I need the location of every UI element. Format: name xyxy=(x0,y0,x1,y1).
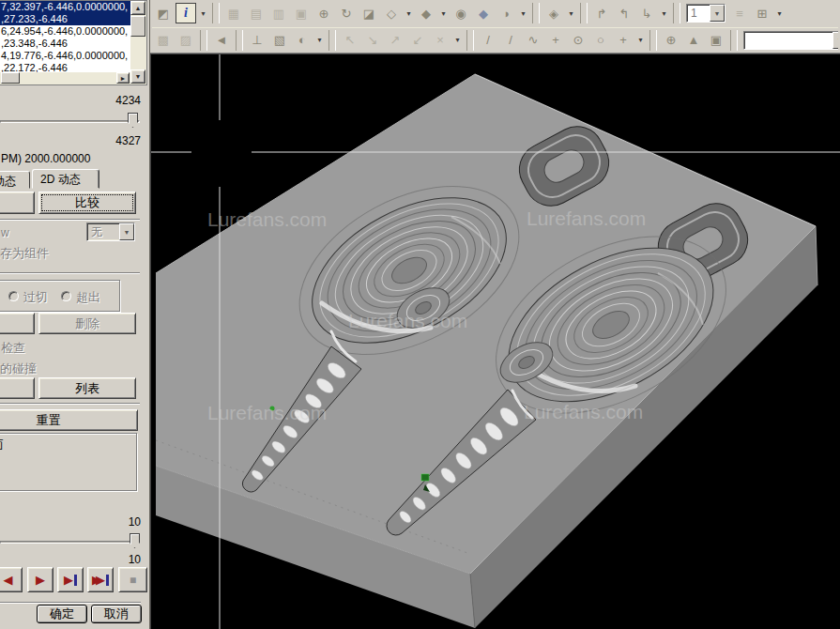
play-backward-button[interactable]: ◀ xyxy=(0,567,23,592)
slider-thumb[interactable] xyxy=(128,113,138,128)
tool-manager-icon[interactable]: ⊥ xyxy=(247,30,267,51)
dropdown-caret[interactable]: ▾ xyxy=(438,3,449,23)
cplane-icon[interactable]: ▣ xyxy=(706,30,726,51)
tab-dynamic[interactable]: 动态 xyxy=(0,171,30,189)
toolpath-back-icon[interactable]: ↰ xyxy=(614,3,634,23)
scrollbar-thumb[interactable] xyxy=(1,72,20,84)
dropdown-caret[interactable]: ▾ xyxy=(452,30,463,51)
point-icon[interactable]: + xyxy=(613,30,634,51)
viewsheet-icon[interactable]: ◈ xyxy=(543,3,564,23)
scroll-right-icon[interactable]: ► xyxy=(116,72,130,84)
layer-manager-icon[interactable]: ≡ xyxy=(729,3,750,23)
nc-coordinate-listbox[interactable]: 7,32.397,-6.446,0.0000000,,27.233,-6.446… xyxy=(0,0,147,85)
tab-2d-dynamic[interactable]: 2D 动态 xyxy=(32,169,99,189)
3d-viewport-canvas[interactable]: Lurefans.com Lurefans.com Lurefans.com L… xyxy=(151,54,840,629)
polyline-icon[interactable]: / xyxy=(500,30,521,51)
clipped-button[interactable] xyxy=(0,377,35,399)
dropdown-caret[interactable]: ▾ xyxy=(635,30,646,51)
reset-button[interactable]: 重置 xyxy=(0,409,138,431)
arc-icon[interactable]: ○ xyxy=(590,30,611,51)
progress-slider[interactable] xyxy=(0,112,143,130)
ok-button[interactable]: 确定 xyxy=(37,605,87,623)
dropdown-caret[interactable]: ▾ xyxy=(314,30,325,51)
chevron-down-icon[interactable]: ▼ xyxy=(832,32,838,49)
multi-view-icon[interactable]: ▤ xyxy=(246,3,267,23)
play-button[interactable]: ▶ xyxy=(27,567,53,592)
step-forward-button[interactable]: ▶ xyxy=(57,567,84,592)
radio-overcut[interactable] xyxy=(8,291,19,301)
radio-exceed[interactable] xyxy=(61,291,71,301)
material-render-icon[interactable]: ◉ xyxy=(451,3,471,23)
coordinate-line[interactable]: 6,24.954,-6.446,0.0000000, xyxy=(0,25,130,38)
chevron-down-icon[interactable]: ▼ xyxy=(710,5,725,22)
line-icon[interactable]: / xyxy=(478,30,498,51)
scroll-down-icon[interactable]: ▼ xyxy=(130,69,145,84)
coordinate-line[interactable]: 4,19.776,-6.446,0.0000000, xyxy=(0,50,130,62)
simulate-icon[interactable]: ◐ xyxy=(292,30,313,51)
origin-snap-icon[interactable]: ⊕ xyxy=(661,30,681,51)
coordinate-line[interactable]: ,23.348,-6.446 xyxy=(0,38,130,50)
toolbar-separator xyxy=(212,3,220,23)
cancel-button[interactable]: 取消 xyxy=(91,605,142,623)
stock-display-icon[interactable]: ▣ xyxy=(291,3,312,23)
delete-button[interactable]: 删除 xyxy=(38,313,136,334)
machine-group-icon[interactable]: ▩ xyxy=(153,30,174,51)
dropdown-caret[interactable]: ▾ xyxy=(774,3,785,23)
select-toolpath-icon[interactable]: ↖ xyxy=(340,30,360,51)
funnel-icon[interactable]: ◄ xyxy=(211,30,232,51)
toolpath-step-icon[interactable]: ↳ xyxy=(636,3,657,23)
toolbar-separator xyxy=(580,3,588,23)
view-shade-icon[interactable]: ◩ xyxy=(153,3,174,23)
dropdown-caret[interactable]: ▾ xyxy=(198,3,208,23)
zoom-window-icon[interactable]: ⊕ xyxy=(313,3,334,23)
solid-icon[interactable]: ◆ xyxy=(473,3,494,23)
toolbar-separator xyxy=(673,3,680,23)
clipped-button[interactable] xyxy=(0,313,35,334)
vertical-scrollbar[interactable]: ▲ ▼ xyxy=(130,1,146,84)
circle-center-icon[interactable]: ⊙ xyxy=(568,30,588,51)
grid-display-icon[interactable]: ▦ xyxy=(223,3,244,23)
plane-combobox[interactable]: ▼ xyxy=(743,31,838,50)
cross-point-icon[interactable]: + xyxy=(545,30,566,51)
dynamic-rotate-icon[interactable]: ↻ xyxy=(336,3,357,23)
shaded-icon[interactable]: ◆ xyxy=(416,3,436,23)
unselect-toolpath-icon[interactable]: × xyxy=(430,30,451,51)
3d-viewport[interactable]: Lurefans.com Lurefans.com Lurefans.com L… xyxy=(150,54,840,629)
result-dropdown[interactable]: 无 ▼ xyxy=(86,222,135,241)
scroll-up-icon[interactable]: ▲ xyxy=(130,1,145,15)
selection-grid-icon[interactable]: ⊞ xyxy=(752,3,772,23)
section-view-icon[interactable]: ◑ xyxy=(496,3,516,23)
list-button[interactable]: 列表 xyxy=(38,377,136,399)
step-forward-icon: ▶ xyxy=(64,574,73,586)
stock-setup-icon[interactable]: ▧ xyxy=(269,30,290,51)
coordinate-line[interactable]: 7,32.397,-6.446,0.0000000, xyxy=(0,1,130,13)
control-def-icon[interactable]: ▨ xyxy=(176,30,196,51)
select-toolpath-icon[interactable]: ↘ xyxy=(362,30,383,51)
wireframe-icon[interactable]: ◇ xyxy=(381,3,402,23)
chevron-down-icon[interactable]: ▼ xyxy=(119,223,134,240)
scrollbar-thumb[interactable] xyxy=(130,16,145,37)
level-combobox[interactable]: 1 ▼ xyxy=(686,4,725,23)
horizontal-scrollbar[interactable]: ► xyxy=(0,72,130,84)
slider-thumb[interactable] xyxy=(130,533,140,548)
speed-slider[interactable] xyxy=(0,532,143,551)
select-toolpath-icon[interactable]: ↙ xyxy=(407,30,428,51)
slider-max-value: 4234 xyxy=(0,94,141,107)
fast-forward-button[interactable]: ▶▶ xyxy=(87,567,114,592)
compare-button[interactable]: 比较 xyxy=(38,192,136,214)
single-view-icon[interactable]: ▥ xyxy=(268,3,289,23)
coordinate-line[interactable]: ,27.233,-6.446 xyxy=(0,13,130,25)
dropdown-caret[interactable]: ▾ xyxy=(659,3,669,23)
pan-icon[interactable]: ◪ xyxy=(359,3,379,23)
gview-icon[interactable]: ▲ xyxy=(683,30,704,51)
select-toolpath-icon[interactable]: ↗ xyxy=(385,30,405,51)
dropdown-caret[interactable]: ▾ xyxy=(518,3,528,23)
dropdown-caret[interactable]: ▾ xyxy=(566,3,576,23)
stop-button[interactable]: ■ xyxy=(118,567,147,592)
dropdown-caret[interactable]: ▾ xyxy=(404,3,414,23)
fast-forward-icon: ▶▶ xyxy=(92,574,99,586)
toolpath-forward-icon[interactable]: ↱ xyxy=(591,3,612,23)
info-icon[interactable]: i xyxy=(176,3,196,23)
clipped-button[interactable] xyxy=(0,192,35,214)
spline-icon[interactable]: ∿ xyxy=(523,30,543,51)
